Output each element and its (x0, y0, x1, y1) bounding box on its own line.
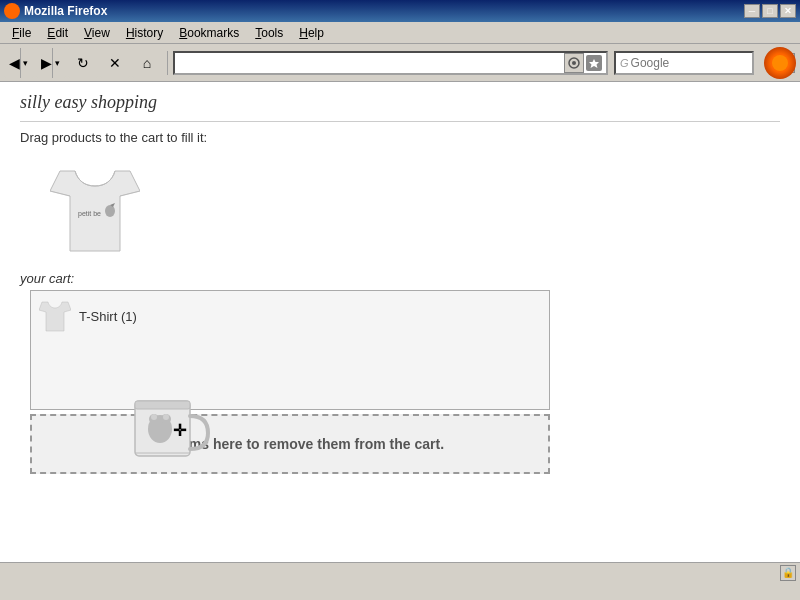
cart-item-label: T-Shirt (1) (79, 309, 137, 324)
products-area: petit be (20, 161, 780, 474)
menu-help[interactable]: Help (291, 24, 332, 42)
menu-view[interactable]: View (76, 24, 118, 42)
back-dropdown-arrow[interactable]: ▾ (20, 48, 30, 78)
browser-content: silly easy shopping Drag products to the… (0, 82, 800, 562)
menu-tools[interactable]: Tools (247, 24, 291, 42)
mug-image (130, 391, 210, 466)
lock-icon: 🔒 (780, 565, 796, 581)
product-tshirt[interactable]: petit be (50, 161, 140, 256)
back-button[interactable]: ◀ ▾ (4, 48, 34, 78)
menu-edit[interactable]: Edit (39, 24, 76, 42)
menu-bar: File Edit View History Bookmarks Tools H… (0, 22, 800, 44)
svg-point-1 (572, 61, 576, 65)
menu-history[interactable]: History (118, 24, 171, 42)
toolbar-separator (167, 51, 168, 75)
menu-file[interactable]: File (4, 24, 39, 42)
reload-button[interactable]: ↻ (68, 48, 98, 78)
star-icon (589, 58, 599, 68)
tshirt-image: petit be (50, 161, 140, 256)
toolbar: ◀ ▾ ▶ ▾ ↻ ✕ ⌂ G (0, 44, 800, 82)
back-icon: ◀ (9, 55, 20, 71)
firefox-logo (764, 47, 796, 79)
cart-box[interactable]: T-Shirt (1) (30, 290, 550, 410)
svg-point-5 (772, 55, 788, 71)
forward-icon: ▶ (41, 55, 52, 71)
bookmark-icon[interactable] (586, 55, 602, 71)
go-icon (568, 57, 580, 69)
site-title: silly easy shopping (20, 92, 780, 122)
window-controls: ─ □ ✕ (744, 4, 796, 18)
google-search-input[interactable] (631, 56, 781, 70)
svg-text:petit be: petit be (78, 210, 101, 218)
window-title: Mozilla Firefox (24, 4, 107, 18)
status-right: 🔒 (780, 565, 796, 581)
cart-item: T-Shirt (1) (39, 299, 541, 333)
svg-point-9 (105, 205, 115, 217)
address-bar[interactable] (173, 51, 608, 75)
maximize-button[interactable]: □ (762, 4, 778, 18)
instructions: Drag products to the cart to fill it: (20, 130, 780, 145)
svg-point-16 (163, 414, 169, 420)
forward-button[interactable]: ▶ ▾ (36, 48, 66, 78)
address-go-btn[interactable] (564, 53, 584, 73)
firefox-icon (4, 3, 20, 19)
reload-icon: ↻ (77, 55, 89, 71)
stop-button[interactable]: ✕ (100, 48, 130, 78)
cart-section: your cart: T-Shirt (1) Drop items here t… (20, 271, 550, 474)
svg-point-15 (151, 414, 157, 420)
product-mug-dragging[interactable] (130, 391, 210, 466)
address-input[interactable] (179, 56, 564, 70)
google-logo: G (620, 57, 629, 69)
google-search-bar[interactable]: G (614, 51, 754, 75)
close-button[interactable]: ✕ (780, 4, 796, 18)
stop-icon: ✕ (109, 55, 121, 71)
page-wrapper: silly easy shopping Drag products to the… (0, 82, 800, 484)
home-icon: ⌂ (143, 55, 151, 71)
cart-item-tshirt-icon (39, 299, 71, 333)
svg-marker-2 (589, 59, 599, 68)
drop-zone[interactable]: Drop items here to remove them from the … (30, 414, 550, 474)
forward-dropdown-arrow[interactable]: ▾ (52, 48, 62, 78)
home-button[interactable]: ⌂ (132, 48, 162, 78)
status-bar: 🔒 (0, 562, 800, 582)
title-bar: Mozilla Firefox ─ □ ✕ (0, 0, 800, 22)
firefox-logo-icon (770, 53, 790, 73)
svg-rect-11 (135, 401, 190, 409)
cart-label: your cart: (20, 271, 550, 286)
menu-bookmarks[interactable]: Bookmarks (171, 24, 247, 42)
minimize-button[interactable]: ─ (744, 4, 760, 18)
